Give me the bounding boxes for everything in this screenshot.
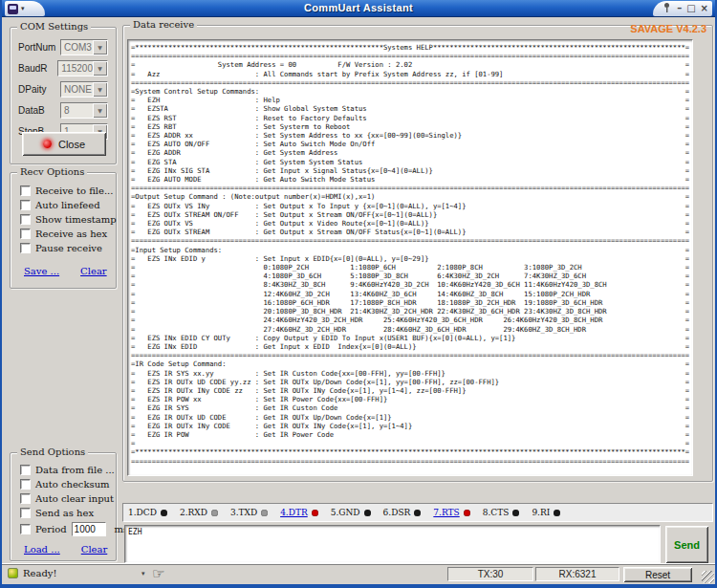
pin-1.DCD: 1.DCD xyxy=(128,508,167,517)
send-clear-link[interactable]: Clear xyxy=(81,544,108,555)
recv-options-group: Recv Options Receive to file... Auto lin… xyxy=(10,172,117,289)
pin-label: 5.GND xyxy=(331,508,360,517)
baudr-label: BaudR xyxy=(18,63,57,74)
checkbox[interactable] xyxy=(20,185,31,196)
pin-3.TXD: 3.TXD xyxy=(230,508,268,517)
checkbox[interactable] xyxy=(20,524,31,534)
rx-counter: RX:6321 xyxy=(535,567,619,581)
recv-option-auto-linefeed[interactable]: Auto linefeed xyxy=(20,199,100,211)
recv-option-receive-to-file[interactable]: Receive to file... xyxy=(20,185,113,197)
caret-down-icon[interactable]: ▾ xyxy=(141,570,145,577)
combo-arrow-icon[interactable]: ▼ xyxy=(93,61,107,76)
status-ready: Ready! xyxy=(8,568,56,578)
maximize-button[interactable]: □ xyxy=(686,2,695,15)
pin-status-dot-icon xyxy=(211,510,218,516)
recv-option-show-timestamp[interactable]: Show timestamp xyxy=(20,213,117,226)
tx-counter: TX:30 xyxy=(447,567,533,581)
brand-label: SAVAGE V4.2.3 xyxy=(630,23,706,34)
checkbox[interactable] xyxy=(20,508,31,518)
window-title: CommUart Assistant xyxy=(2,2,715,13)
pin-label: 6.DSR xyxy=(383,508,411,517)
send-options-title: Send Options xyxy=(17,446,88,457)
pin-status-dot-icon xyxy=(512,510,519,516)
pins-row: 1.DCD2.RXD3.TXD4.DTR5.GND6.DSR7.RTS8.CTS… xyxy=(122,503,713,522)
baudr-combo[interactable]: 115200 ▼ xyxy=(57,60,108,76)
save-link[interactable]: Save ... xyxy=(24,266,59,276)
send-input[interactable]: EZH xyxy=(124,525,661,563)
recv-option-receive-as-hex[interactable]: Receive as hex xyxy=(20,228,107,240)
checkbox[interactable] xyxy=(20,229,31,239)
checkbox[interactable] xyxy=(20,479,31,490)
send-button[interactable]: Send xyxy=(665,526,708,563)
combo-arrow-icon[interactable]: ▼ xyxy=(93,40,107,54)
app-window: ▾ CommUart Assistant – □ × COM Settings … xyxy=(0,0,717,588)
dparity-combo[interactable]: NONE ▼ xyxy=(60,81,108,98)
pin-8.CTS: 8.CTS xyxy=(483,508,520,517)
close-window-button[interactable]: × xyxy=(701,2,708,15)
close-port-button[interactable]: Close xyxy=(22,132,106,156)
pin-icon[interactable] xyxy=(663,0,671,17)
port-status-led-icon xyxy=(43,140,52,148)
checkbox[interactable] xyxy=(20,214,31,225)
send-option-send-as-hex[interactable]: Send as hex xyxy=(20,507,94,519)
window-controls: – □ × xyxy=(653,1,712,16)
receive-area[interactable]: =***************************************… xyxy=(127,39,693,476)
hand-pointer-icon: ☞ xyxy=(152,565,164,582)
send-option-auto-clear-input[interactable]: Auto clear input xyxy=(20,492,114,505)
pin-status-dot-icon xyxy=(261,510,268,516)
send-option-data-from-file[interactable]: Data from file ... xyxy=(20,464,115,476)
pin-status-dot-icon xyxy=(414,510,421,516)
data-receive-title: Data receive xyxy=(130,19,197,30)
pin-toggle-link[interactable]: 7.RTS xyxy=(433,508,459,517)
pin-status-dot-icon xyxy=(464,510,470,516)
checkbox[interactable] xyxy=(20,200,31,210)
portnum-label: PortNum xyxy=(18,42,60,53)
pin-label: 9.RI xyxy=(532,508,550,517)
pin-label: 3.TXD xyxy=(230,508,257,517)
pin-toggle-link[interactable]: 4.DTR xyxy=(280,508,308,517)
status-bar: Ready! ▾ ☞ TX:30 RX:6321 Reset xyxy=(2,565,715,584)
pin-status-dot-icon xyxy=(364,510,371,516)
pin-6.DSR: 6.DSR xyxy=(383,508,422,517)
minimize-button[interactable]: – xyxy=(677,2,682,15)
load-link[interactable]: Load ... xyxy=(24,544,60,555)
reset-button[interactable]: Reset xyxy=(623,567,692,582)
pin-9.RI: 9.RI xyxy=(532,508,560,517)
dparity-label: DPaity xyxy=(18,84,60,95)
send-options-group: Send Options Data from file ... Auto che… xyxy=(10,452,117,561)
ready-text: Ready! xyxy=(23,568,56,578)
com-settings-group: COM Settings PortNum COM3 ▼ BaudR 115200… xyxy=(10,27,117,164)
combo-arrow-icon[interactable]: ▼ xyxy=(93,103,107,118)
pin-label: 8.CTS xyxy=(483,508,510,517)
ready-icon xyxy=(8,568,18,578)
data-receive-group: Data receive SAVAGE V4.2.3 =************… xyxy=(122,25,713,482)
resize-grip[interactable] xyxy=(702,571,714,583)
portnum-combo[interactable]: COM3 ▼ xyxy=(60,39,108,55)
pin-label: 2.RXD xyxy=(180,508,207,517)
title-bar: ▾ CommUart Assistant – □ × xyxy=(2,0,715,17)
recv-clear-link[interactable]: Clear xyxy=(80,266,107,276)
checkbox[interactable] xyxy=(20,493,31,504)
receive-text: =***************************************… xyxy=(131,43,690,466)
datab-combo[interactable]: 8 ▼ xyxy=(60,102,108,119)
send-option-auto-checksum[interactable]: Auto checksum xyxy=(20,478,110,490)
send-option-period[interactable]: Period ms xyxy=(20,523,128,535)
period-input[interactable] xyxy=(72,522,106,536)
datab-label: DataB xyxy=(18,105,60,116)
pin-status-dot-icon xyxy=(554,510,560,516)
pin-2.RXD: 2.RXD xyxy=(180,508,218,517)
pin-7.RTS: 7.RTS xyxy=(433,508,469,517)
recv-option-pause-receive[interactable]: Pause receive xyxy=(20,242,102,254)
checkbox[interactable] xyxy=(20,465,31,475)
pin-status-dot-icon xyxy=(312,510,318,516)
checkbox[interactable] xyxy=(20,243,31,253)
pin-5.GND: 5.GND xyxy=(331,508,371,517)
pin-status-dot-icon xyxy=(161,510,167,516)
recv-options-title: Recv Options xyxy=(17,166,87,177)
com-settings-title: COM Settings xyxy=(17,21,91,32)
combo-arrow-icon[interactable]: ▼ xyxy=(93,82,107,97)
pin-4.DTR: 4.DTR xyxy=(280,508,318,517)
pin-label: 1.DCD xyxy=(128,508,157,517)
